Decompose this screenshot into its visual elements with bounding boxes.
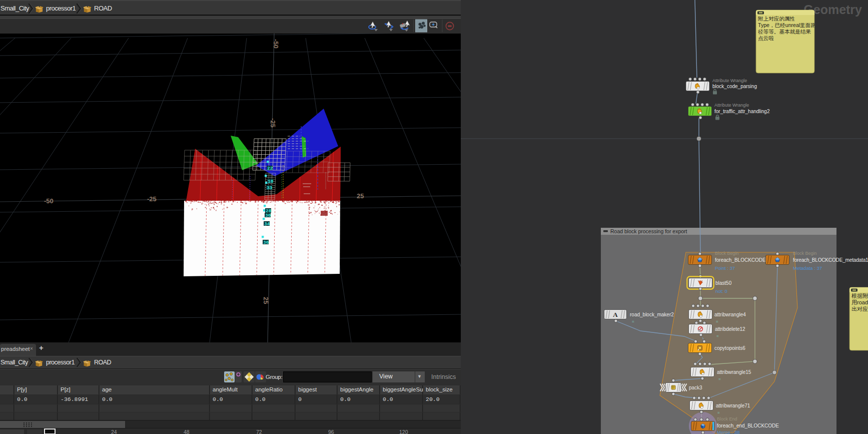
svg-text:用road_bl: 用road_bl	[851, 299, 868, 305]
svg-text:Merge : 38: Merge : 38	[717, 429, 739, 434]
svg-text:block_code_parsing: block_code_parsing	[712, 84, 757, 89]
svg-text:33: 33	[267, 185, 273, 191]
svg-text:Point : 37: Point : 37	[715, 265, 735, 271]
svg-text:30: 30	[265, 213, 271, 218]
svg-text:foreach_end_BLOCKCODE: foreach_end_BLOCKCODE	[717, 423, 779, 428]
svg-text:Metadata : 37: Metadata : 37	[793, 265, 822, 271]
svg-text:=: =	[716, 319, 718, 324]
svg-text:blast50: blast50	[715, 280, 732, 286]
svg-text:for_traffic_attr_handling2: for_traffic_attr_handling2	[714, 109, 770, 114]
svg-text:=: =	[717, 410, 720, 415]
svg-text:attribwrangle4: attribwrangle4	[714, 312, 746, 317]
svg-text:Type，已经unreal里面路: Type，已经unreal里面路	[758, 22, 816, 28]
svg-text:径等等。基本就是结果: 径等等。基本就是结果	[758, 29, 811, 35]
svg-text:road_block_maker2: road_block_maker2	[630, 312, 674, 317]
svg-text:-50: -50	[272, 39, 280, 49]
svg-text:-50: -50	[44, 197, 54, 205]
svg-text:foreach_BLOCKCODE_metadata1: foreach_BLOCKCODE_metadata1	[793, 257, 868, 263]
svg-text:foreach_BLOCKCODE: foreach_BLOCKCODE	[715, 257, 766, 263]
svg-text:=: =	[718, 377, 721, 381]
svg-text:Block Begin: Block Begin	[793, 251, 817, 256]
svg-text:Attribute Wrangle: Attribute Wrangle	[714, 103, 749, 108]
svg-text:Block Begin: Block Begin	[715, 251, 739, 256]
svg-text:根据附上: 根据附上	[851, 293, 868, 299]
svg-text:Road block processing for expo: Road block processing for export	[610, 228, 687, 234]
svg-text:attribwrangle15: attribwrangle15	[717, 369, 751, 375]
svg-text:出对应类: 出对应类	[851, 306, 868, 312]
svg-text:10: 10	[268, 179, 274, 184]
svg-text:34: 34	[264, 221, 270, 227]
svg-text:not: 0: not: 0	[715, 288, 727, 294]
svg-text:Attribute Wrangle: Attribute Wrangle	[712, 78, 747, 83]
svg-text:36: 36	[263, 240, 269, 245]
svg-text:-25: -25	[147, 195, 157, 203]
svg-text:pack3: pack3	[689, 385, 702, 390]
svg-text:attribwrangle71: attribwrangle71	[716, 403, 750, 408]
svg-text:-25: -25	[269, 118, 277, 128]
svg-text:attribdelete12: attribdelete12	[715, 326, 745, 332]
svg-text:=: =	[632, 319, 634, 324]
svg-text:A: A	[613, 311, 618, 318]
svg-text:=: =	[716, 334, 719, 338]
svg-text:25: 25	[357, 192, 364, 200]
svg-text:点云啦: 点云啦	[758, 35, 774, 41]
svg-text:22: 22	[267, 166, 273, 171]
svg-text:copytopoints6: copytopoints6	[714, 345, 745, 351]
svg-text:25: 25	[262, 297, 270, 304]
svg-text:Block End: Block End	[717, 416, 737, 421]
svg-text:附上对应的属性: 附上对应的属性	[758, 16, 795, 22]
